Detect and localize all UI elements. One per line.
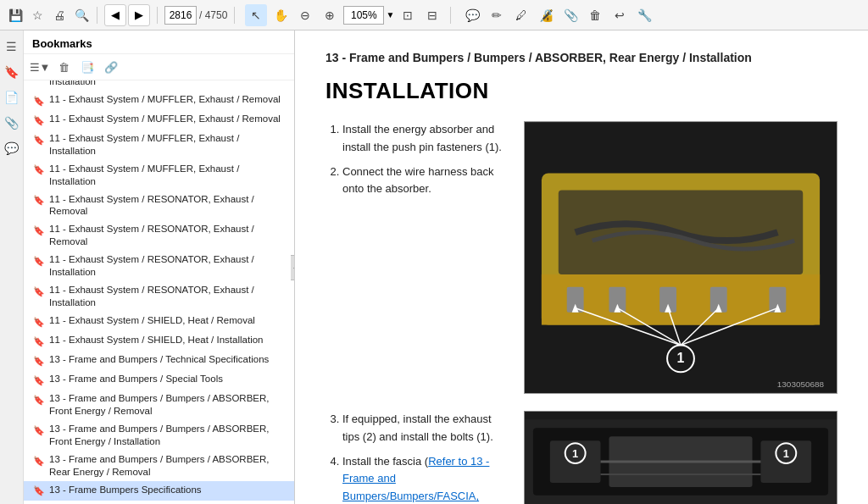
sidebar-item-text: 13 - Frame and Bumpers / Special Tools [49, 373, 287, 385]
attach-panel-icon[interactable]: 📎 [3, 114, 21, 132]
page-number-input[interactable] [164, 6, 197, 25]
image1: 1 1303050688 [525, 122, 837, 393]
pages-icon[interactable]: 📄 [3, 88, 21, 107]
sidebar-item-text: 13 - Frame and Bumpers / Bumpers / ABSOR… [49, 392, 287, 418]
attach-tool[interactable]: 📎 [559, 4, 581, 26]
sidebar-item[interactable]: 🔖11 - Exhaust System / RESONATOR, Exhaus… [24, 191, 294, 221]
bookmark-item-icon: 🔖 [32, 285, 46, 298]
sidebar-item[interactable]: 🔖13 - Frame and Bumpers / Special Tools [24, 370, 294, 390]
print-icon[interactable]: 🖨 [51, 7, 68, 24]
settings-tool[interactable]: 🔧 [633, 4, 655, 26]
step-2: Connect the wire harness back onto the a… [342, 163, 504, 199]
svg-text:1303050688: 1303050688 [777, 379, 825, 389]
sidebar-item[interactable]: 🔖11 - Exhaust System / SHIELD, Heat / Re… [24, 312, 294, 331]
sidebar-item[interactable]: 🔖13 - Frame and Bumpers / Technical Spec… [24, 351, 294, 370]
sidebar-item-text: 13 - Frame and Bumpers / Bumpers / ABSOR… [49, 453, 287, 479]
sep1 [97, 7, 97, 24]
bumper-svg1: 1 1303050688 [525, 122, 837, 393]
sidebar-item-text: 11 - Exhaust System / MUFFLER, Exhaust /… [49, 113, 287, 125]
sidebar-add-icon[interactable]: 📑 [78, 58, 97, 76]
bookmark-item-icon: 🔖 [32, 424, 46, 437]
zoom-dropdown-icon[interactable]: ▼ [386, 10, 394, 19]
sidebar-item[interactable]: 🔖13 - Frame and Bumpers / Bumpers / ABSO… [24, 451, 294, 481]
installation-steps: Install the energy absorber and install … [326, 121, 504, 205]
bookmark-item-icon: 🔖 [32, 393, 46, 407]
sidebar-link-icon[interactable]: 🔗 [102, 58, 120, 76]
image2: 1 1 [524, 411, 837, 504]
bookmark-item-icon: 🔖 [32, 485, 46, 498]
sidebar-item-text: 13 - Frame Bumpers Specifications [49, 484, 287, 496]
layers-icon[interactable]: ☰ [3, 37, 21, 56]
bookmark-item-icon: 🔖 [32, 224, 46, 237]
sep3 [234, 7, 235, 24]
bumper-svg2: 1 1 [525, 411, 837, 504]
page-controls: / 4750 [164, 6, 227, 25]
svg-text:1: 1 [677, 351, 685, 365]
bookmark-item-icon: 🔖 [32, 454, 46, 468]
sidebar-item[interactable]: 🔖11 - Exhaust System / RESONATOR, Exhaus… [24, 281, 294, 312]
sidebar-item-text: 11 - Exhaust System / SHIELD, Heat / Rem… [49, 314, 287, 327]
sidebar-item[interactable]: 🔖11 - Exhaust System / RESONATOR, Exhaus… [24, 251, 294, 281]
undo-tool[interactable]: ↩ [609, 4, 631, 26]
sidebar-item-text: 13 - Frame and Bumpers / Bumpers / ABSOR… [49, 423, 287, 448]
bookmark-item-icon: 🔖 [32, 254, 46, 268]
sidebar-item[interactable]: 🔖13 - Frame and Bumpers / Bumpers / ABSO… [24, 420, 294, 451]
sidebar-item[interactable]: 🔖11 - Exhaust System / MUFFLER, Exhaust … [24, 110, 294, 130]
comment-tool[interactable]: 💬 [461, 4, 483, 26]
annotation-tools: 💬 ✏ 🖊 🔏 📎 🗑 ↩ 🔧 [461, 4, 655, 26]
steps-list: Install the energy absorber and install … [326, 121, 504, 198]
svg-text:1: 1 [783, 447, 789, 460]
sidebar-item[interactable]: 🔖11 - Exhaust System / RESONATOR, Exhaus… [24, 220, 294, 251]
sidebar-item[interactable]: 🔖13 - Frame and Bumpers / Bumpers / ABSO… [24, 390, 294, 420]
main-layout: ☰ 🔖 📄 📎 💬 Bookmarks ☰▼ 🗑 📑 🔗 🔖11 - Exhau… [0, 30, 868, 504]
prev-page-button[interactable]: ◀ [104, 4, 126, 26]
hand-tool[interactable]: ✋ [270, 4, 292, 26]
sep2 [157, 7, 158, 24]
sidebar-item-text: 11 - Exhaust System / RESONATOR, Exhaust… [49, 223, 287, 248]
bookmark-panel-icon[interactable]: 🔖 [3, 63, 21, 81]
step-1: Install the energy absorber and install … [342, 121, 504, 157]
doc-breadcrumb: 13 - Frame and Bumpers / Bumpers / ABSOR… [326, 51, 837, 64]
cursor-tool[interactable]: ↖ [245, 4, 267, 26]
sidebar-item[interactable]: 🔖11 - Exhaust System / MUFFLER, Exhaust … [24, 160, 294, 191]
svg-text:1: 1 [572, 447, 578, 460]
fit-width-tool[interactable]: ⊟ [421, 4, 443, 26]
next-page-button[interactable]: ▶ [128, 4, 150, 26]
sidebar-item[interactable]: 🔖13 - Frame Bumpers Specifications [24, 481, 294, 501]
sidebar-item[interactable]: 🔖11 - Exhaust System / SHIELD, Heat / In… [24, 331, 294, 351]
sidebar-item-text: 11 - Exhaust System / RESONATOR, Exhaust… [49, 284, 287, 309]
sidebar-item-text: 11 - Exhaust System / RESONATOR, Exhaust… [49, 193, 287, 219]
sidebar-item-text: 11 - Exhaust System / MUFFLER, Exhaust /… [49, 132, 287, 158]
sidebar-list: 🔖11 - Exhaust System / CONVERTER, Cataly… [24, 80, 294, 504]
nav-controls: ◀ ▶ [104, 4, 150, 26]
step-4: Install the fascia (Refer to 13 - Frame … [342, 453, 504, 504]
sidebar-delete-icon[interactable]: 🗑 [54, 58, 73, 76]
sidebar-item[interactable]: 🔖11 - Exhaust System / MUFFLER, Exhaust … [24, 91, 294, 110]
bookmark-item-icon: 🔖 [32, 133, 46, 147]
left-panel-icons: ☰ 🔖 📄 📎 💬 [0, 30, 24, 504]
delete-tool[interactable]: 🗑 [584, 4, 606, 26]
installation-steps2: If equipped, install the exhaust tips (2… [326, 411, 504, 504]
bookmark-icon[interactable]: ☆ [29, 7, 46, 24]
image1-container: 1 1303050688 [524, 121, 837, 394]
sidebar-item-text: 11 - Exhaust System / RESONATOR, Exhaust… [49, 253, 287, 279]
zoom-in-tool[interactable]: ⊕ [319, 4, 341, 26]
zoom-input[interactable] [343, 6, 384, 25]
zoom-out-tool[interactable]: ⊖ [294, 4, 316, 26]
stamp-tool[interactable]: 🔏 [535, 4, 557, 26]
fit-page-tool[interactable]: ⊡ [397, 4, 419, 26]
sidebar-collapse-button[interactable]: ◀ [291, 255, 295, 280]
search-icon[interactable]: 🔍 [73, 7, 90, 24]
sidebar-item-text: 11 - Exhaust System / MUFFLER, Exhaust /… [49, 163, 287, 188]
comment-panel-icon[interactable]: 💬 [3, 139, 21, 158]
sidebar-expand-icon[interactable]: ☰▼ [31, 58, 49, 76]
sidebar-item[interactable]: 🔖11 - Exhaust System / MUFFLER, Exhaust … [24, 130, 294, 160]
bookmark-item-icon: 🔖 [32, 374, 46, 387]
fascia-link[interactable]: Refer to 13 - Frame and Bumpers/Bumpers/… [342, 455, 489, 504]
save-icon[interactable]: 💾 [7, 7, 24, 24]
pen-tool[interactable]: ✏ [486, 4, 508, 26]
highlight-tool[interactable]: 🖊 [510, 4, 532, 26]
sidebar-header: Bookmarks [24, 30, 294, 54]
sidebar-item[interactable]: 🔖11 - Exhaust System / CONVERTER, Cataly… [24, 80, 294, 91]
sep4 [450, 7, 451, 24]
